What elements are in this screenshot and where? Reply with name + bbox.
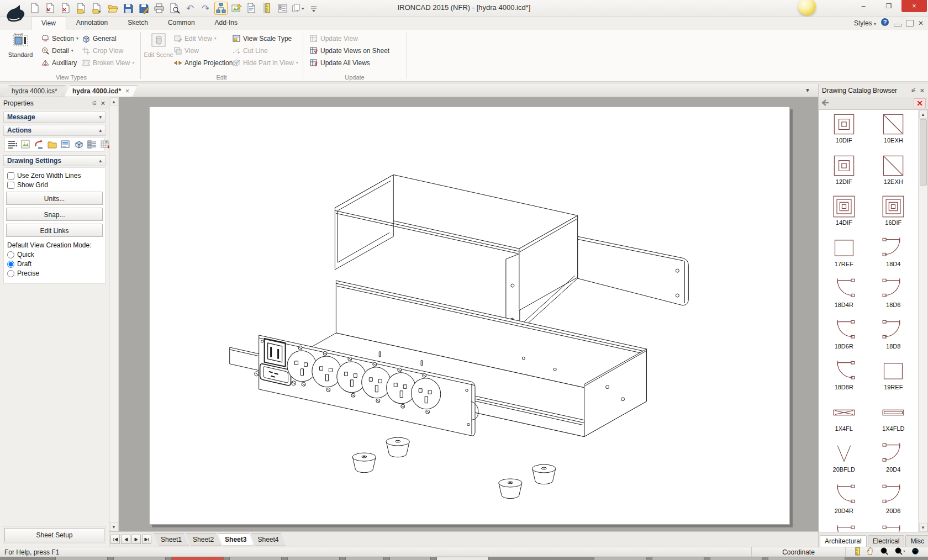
previous-sheet-icon[interactable] xyxy=(121,535,130,544)
view-scale-type-button[interactable]: View Scale Type xyxy=(230,33,300,44)
units-button[interactable]: Units... xyxy=(6,192,103,205)
help-icon[interactable]: ? xyxy=(880,18,889,28)
catalog-item-12dif[interactable]: 12DIF xyxy=(819,152,869,194)
draft-radio[interactable]: Draft xyxy=(7,260,102,268)
catalog-item-12exh[interactable]: 12EXH xyxy=(869,152,919,194)
scroll-up-icon[interactable]: ▲ xyxy=(919,110,927,119)
message-section-header[interactable]: Message▾ xyxy=(3,112,106,123)
pin-icon[interactable]: ⚟ xyxy=(911,87,916,94)
rubber-feet-parts[interactable] xyxy=(352,437,555,499)
standard-view-button[interactable]: Standard xyxy=(4,32,36,72)
tab-add-ins[interactable]: Add-Ins xyxy=(205,17,247,30)
sheet-tab-1[interactable]: Sheet1 xyxy=(154,533,189,546)
document-tab-ics[interactable]: hydra 4000.ics* xyxy=(3,85,66,97)
update-views-on-sheet-button[interactable]: Update Views on Sheet xyxy=(307,45,392,56)
angle-projection-button[interactable]: Angle Projection xyxy=(171,57,235,68)
tab-common[interactable]: Common xyxy=(158,17,205,30)
catalog-delete-icon[interactable]: ✕ xyxy=(914,98,926,108)
document-tab-close-icon[interactable]: × xyxy=(125,87,129,95)
scrollbar-thumb[interactable] xyxy=(920,119,927,186)
catalog-item-18d8r[interactable]: 18D8R xyxy=(819,358,869,399)
catalog-item-20d4r[interactable]: 20D4R xyxy=(819,482,869,523)
exploded-assembly-drawing[interactable] xyxy=(150,107,790,525)
catalog-item-1x4fl[interactable]: 1X4FL xyxy=(819,399,869,441)
sheet-image-action-icon[interactable] xyxy=(20,139,31,150)
insert-file-action-icon[interactable] xyxy=(47,139,57,150)
scroll-up-icon[interactable]: ▲ xyxy=(110,97,118,106)
mdi-minimize-icon[interactable] xyxy=(894,24,901,27)
catalog-item-17ref[interactable]: 17REF xyxy=(819,235,869,276)
sheet-tab-2[interactable]: Sheet2 xyxy=(186,533,221,546)
sheet-tab-3[interactable]: Sheet3 xyxy=(218,533,254,546)
catalog-item-1x4fld[interactable]: 1X4FLD xyxy=(869,399,919,441)
last-sheet-icon[interactable] xyxy=(142,535,151,544)
table-properties-action-icon[interactable] xyxy=(7,139,18,150)
scroll-down-icon[interactable]: ▼ xyxy=(919,523,927,532)
catalog-tab-architectural[interactable]: Architectural xyxy=(820,535,867,547)
drawing-vertical-scrollbar[interactable]: ▲ ▼ xyxy=(109,97,119,531)
catalog-item-10dif[interactable]: 10DIF xyxy=(819,111,869,152)
view-frame-action-icon[interactable] xyxy=(60,139,71,150)
sheet-tab-4[interactable]: Sheet4 xyxy=(250,533,286,546)
bom-table-action-icon[interactable] xyxy=(87,139,97,150)
rubber-foot-part[interactable] xyxy=(352,453,376,473)
catalog-item-14dif[interactable]: 14DIF xyxy=(819,193,869,235)
catalog-close-icon[interactable]: ✕ xyxy=(920,87,925,94)
pin-icon[interactable]: ⚟ xyxy=(92,100,97,107)
styles-dropdown[interactable]: Styles ▾ xyxy=(854,19,876,27)
edit-links-button[interactable]: Edit Links xyxy=(6,224,103,237)
next-sheet-icon[interactable] xyxy=(131,535,141,544)
rubber-foot-part[interactable] xyxy=(386,437,409,457)
catalog-item-20d4[interactable]: 20D4 xyxy=(869,440,919,482)
catalog-back-icon[interactable] xyxy=(821,99,830,108)
snap-button[interactable]: Snap... xyxy=(6,208,103,221)
sheet-setup-button[interactable]: Sheet Setup xyxy=(4,528,104,542)
rack-bracket-part[interactable] xyxy=(578,236,689,305)
precise-radio[interactable]: Precise xyxy=(7,270,102,277)
section-button[interactable]: Section▾ xyxy=(39,33,81,44)
detail-button[interactable]: Detail▾ xyxy=(39,45,81,56)
catalog-item-18d4[interactable]: 18D4 xyxy=(869,235,919,276)
zoom-fit-icon[interactable] xyxy=(911,547,920,557)
drawing-sheet[interactable] xyxy=(149,107,790,525)
first-sheet-icon[interactable] xyxy=(110,535,120,544)
document-tab-icd[interactable]: hydra 4000.icd*× xyxy=(64,85,138,97)
catalog-item-18d8[interactable]: 18D8 xyxy=(869,317,919,358)
catalog-item-19ref[interactable]: 19REF xyxy=(869,358,919,399)
pan-hand-icon[interactable] xyxy=(866,547,874,557)
catalog-item-10exh[interactable]: 10EXH xyxy=(869,111,919,152)
close-button[interactable]: × xyxy=(901,0,927,12)
drawing-canvas[interactable] xyxy=(119,97,818,531)
properties-close-icon[interactable]: ✕ xyxy=(101,100,106,107)
catalog-item-18d6[interactable]: 18D6 xyxy=(869,276,919,317)
mdi-restore-icon[interactable] xyxy=(906,20,914,27)
mdi-close-icon[interactable]: ✕ xyxy=(918,19,924,27)
update-reference-action-icon[interactable] xyxy=(34,139,44,150)
quick-radio[interactable]: Quick xyxy=(7,251,102,258)
catalog-item-18d4r[interactable]: 18D4R xyxy=(819,276,869,317)
general-button[interactable]: General xyxy=(80,33,136,44)
actions-section-header[interactable]: Actions▴ xyxy=(3,125,106,136)
catalog-item-18d6r[interactable]: 18D6R xyxy=(819,317,869,358)
tab-sketch[interactable]: Sketch xyxy=(118,17,158,30)
catalog-item-20d6[interactable]: 20D6 xyxy=(869,482,919,523)
catalog-item-16dif[interactable]: 16DIF xyxy=(869,193,919,235)
minimize-button[interactable]: – xyxy=(851,0,876,12)
catalog-tab-electrical[interactable]: Electrical xyxy=(868,535,905,547)
scroll-down-icon[interactable]: ▼ xyxy=(110,522,118,531)
drawing-settings-section-header[interactable]: Drawing Settings▴ xyxy=(3,155,106,166)
auxiliary-button[interactable]: Auxiliary xyxy=(39,57,81,68)
tab-view[interactable]: View xyxy=(31,17,66,30)
catalog-item-partial[interactable] xyxy=(819,522,869,532)
catalog-scrollbar[interactable]: ▲ ▼ xyxy=(918,110,927,532)
zoom-window-icon[interactable] xyxy=(894,547,905,557)
rubber-foot-part[interactable] xyxy=(532,464,556,484)
zoom-icon[interactable] xyxy=(880,547,889,557)
catalog-tab-misc[interactable]: Misc xyxy=(905,535,928,547)
catalog-item-partial[interactable] xyxy=(869,522,919,532)
catalog-item-20bfld[interactable]: 20BFLD xyxy=(819,440,869,482)
restore-button[interactable]: ❐ xyxy=(876,0,901,12)
rubber-foot-part[interactable] xyxy=(499,479,522,499)
scene-cube-action-icon[interactable] xyxy=(73,139,84,150)
show-grid-checkbox[interactable]: Show Grid xyxy=(7,181,102,189)
